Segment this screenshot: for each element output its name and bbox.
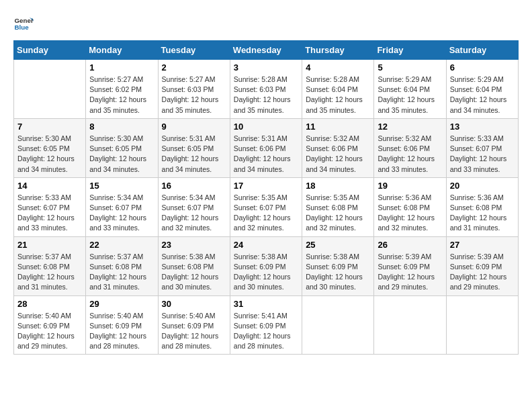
calendar-cell: 12Sunrise: 5:32 AMSunset: 6:06 PMDayligh…: [374, 118, 446, 177]
calendar-cell: 21Sunrise: 5:37 AMSunset: 6:08 PMDayligh…: [14, 236, 86, 295]
day-info: Sunrise: 5:38 AMSunset: 6:09 PMDaylight:…: [234, 252, 298, 293]
day-header-saturday: Saturday: [446, 41, 518, 60]
day-number: 21: [17, 240, 82, 250]
day-header-wednesday: Wednesday: [230, 41, 302, 60]
day-info: Sunrise: 5:36 AMSunset: 6:08 PMDaylight:…: [378, 193, 442, 234]
day-info: Sunrise: 5:38 AMSunset: 6:09 PMDaylight:…: [306, 252, 370, 293]
calendar-cell: 11Sunrise: 5:32 AMSunset: 6:06 PMDayligh…: [302, 118, 374, 177]
day-info: Sunrise: 5:35 AMSunset: 6:07 PMDaylight:…: [234, 193, 298, 234]
day-number: 8: [89, 122, 154, 132]
day-number: 23: [162, 240, 226, 250]
day-number: 24: [234, 240, 298, 250]
day-number: 13: [450, 122, 515, 132]
day-info: Sunrise: 5:27 AMSunset: 6:02 PMDaylight:…: [89, 75, 154, 116]
calendar-cell: 20Sunrise: 5:36 AMSunset: 6:08 PMDayligh…: [446, 177, 518, 236]
calendar-cell: 4Sunrise: 5:28 AMSunset: 6:04 PMDaylight…: [302, 60, 374, 119]
day-info: Sunrise: 5:39 AMSunset: 6:09 PMDaylight:…: [378, 252, 442, 293]
day-info: Sunrise: 5:33 AMSunset: 6:07 PMDaylight:…: [450, 134, 515, 175]
day-number: 25: [306, 240, 370, 250]
calendar-cell: 26Sunrise: 5:39 AMSunset: 6:09 PMDayligh…: [374, 236, 446, 295]
day-number: 5: [378, 62, 442, 73]
day-header-monday: Monday: [86, 41, 158, 60]
calendar-cell: 2Sunrise: 5:27 AMSunset: 6:03 PMDaylight…: [158, 60, 230, 119]
calendar-cell: 10Sunrise: 5:31 AMSunset: 6:06 PMDayligh…: [230, 118, 302, 177]
day-header-thursday: Thursday: [302, 41, 374, 60]
day-info: Sunrise: 5:28 AMSunset: 6:03 PMDaylight:…: [234, 75, 298, 116]
calendar-cell: 15Sunrise: 5:34 AMSunset: 6:07 PMDayligh…: [86, 177, 158, 236]
day-number: 12: [378, 122, 442, 132]
calendar-cell: 28Sunrise: 5:40 AMSunset: 6:09 PMDayligh…: [14, 295, 86, 355]
calendar-cell: 3Sunrise: 5:28 AMSunset: 6:03 PMDaylight…: [230, 60, 302, 119]
day-info: Sunrise: 5:37 AMSunset: 6:08 PMDaylight:…: [89, 252, 154, 293]
calendar-cell: 7Sunrise: 5:30 AMSunset: 6:05 PMDaylight…: [14, 118, 86, 177]
day-info: Sunrise: 5:38 AMSunset: 6:08 PMDaylight:…: [162, 252, 226, 293]
calendar-cell: [302, 295, 374, 355]
calendar-cell: 17Sunrise: 5:35 AMSunset: 6:07 PMDayligh…: [230, 177, 302, 236]
calendar-cell: 14Sunrise: 5:33 AMSunset: 6:07 PMDayligh…: [14, 177, 86, 236]
calendar-cell: 24Sunrise: 5:38 AMSunset: 6:09 PMDayligh…: [230, 236, 302, 295]
day-header-sunday: Sunday: [14, 41, 86, 60]
day-number: 27: [450, 240, 515, 250]
day-info: Sunrise: 5:30 AMSunset: 6:05 PMDaylight:…: [89, 134, 154, 175]
calendar-cell: 22Sunrise: 5:37 AMSunset: 6:08 PMDayligh…: [86, 236, 158, 295]
day-number: 18: [306, 181, 370, 191]
day-info: Sunrise: 5:33 AMSunset: 6:07 PMDaylight:…: [17, 193, 82, 234]
day-info: Sunrise: 5:29 AMSunset: 6:04 PMDaylight:…: [378, 75, 442, 116]
logo-icon: General Blue: [13, 13, 34, 34]
calendar-cell: 23Sunrise: 5:38 AMSunset: 6:08 PMDayligh…: [158, 236, 230, 295]
day-number: 15: [89, 181, 154, 191]
logo: General Blue: [13, 13, 36, 34]
day-info: Sunrise: 5:40 AMSunset: 6:09 PMDaylight:…: [17, 311, 82, 352]
calendar-cell: 29Sunrise: 5:40 AMSunset: 6:09 PMDayligh…: [86, 295, 158, 355]
day-info: Sunrise: 5:31 AMSunset: 6:06 PMDaylight:…: [234, 134, 298, 175]
day-info: Sunrise: 5:34 AMSunset: 6:07 PMDaylight:…: [89, 193, 154, 234]
calendar-cell: [446, 295, 518, 355]
day-info: Sunrise: 5:34 AMSunset: 6:07 PMDaylight:…: [162, 193, 226, 234]
day-number: 3: [234, 62, 298, 73]
calendar-cell: 30Sunrise: 5:40 AMSunset: 6:09 PMDayligh…: [158, 295, 230, 355]
calendar-cell: 9Sunrise: 5:31 AMSunset: 6:05 PMDaylight…: [158, 118, 230, 177]
day-info: Sunrise: 5:40 AMSunset: 6:09 PMDaylight:…: [89, 311, 154, 352]
page-header: General Blue: [13, 13, 519, 34]
day-number: 30: [162, 299, 226, 309]
day-info: Sunrise: 5:32 AMSunset: 6:06 PMDaylight:…: [306, 134, 370, 175]
day-number: 2: [162, 62, 226, 73]
day-info: Sunrise: 5:37 AMSunset: 6:08 PMDaylight:…: [17, 252, 82, 293]
day-info: Sunrise: 5:28 AMSunset: 6:04 PMDaylight:…: [306, 75, 370, 116]
calendar-cell: 6Sunrise: 5:29 AMSunset: 6:04 PMDaylight…: [446, 60, 518, 119]
day-number: 17: [234, 181, 298, 191]
day-number: 14: [17, 181, 82, 191]
svg-text:General: General: [15, 17, 34, 24]
day-info: Sunrise: 5:31 AMSunset: 6:05 PMDaylight:…: [162, 134, 226, 175]
day-number: 20: [450, 181, 515, 191]
day-number: 31: [234, 299, 298, 309]
svg-text:Blue: Blue: [15, 24, 30, 31]
day-number: 29: [89, 299, 154, 309]
day-number: 9: [162, 122, 226, 132]
day-info: Sunrise: 5:40 AMSunset: 6:09 PMDaylight:…: [162, 311, 226, 352]
day-info: Sunrise: 5:32 AMSunset: 6:06 PMDaylight:…: [378, 134, 442, 175]
day-number: 28: [17, 299, 82, 309]
day-info: Sunrise: 5:39 AMSunset: 6:09 PMDaylight:…: [450, 252, 515, 293]
calendar-cell: 18Sunrise: 5:35 AMSunset: 6:08 PMDayligh…: [302, 177, 374, 236]
calendar-cell: 5Sunrise: 5:29 AMSunset: 6:04 PMDaylight…: [374, 60, 446, 119]
day-header-friday: Friday: [374, 41, 446, 60]
calendar-cell: [14, 60, 86, 119]
calendar-cell: 25Sunrise: 5:38 AMSunset: 6:09 PMDayligh…: [302, 236, 374, 295]
day-number: 6: [450, 62, 515, 73]
day-number: 7: [17, 122, 82, 132]
calendar-cell: 19Sunrise: 5:36 AMSunset: 6:08 PMDayligh…: [374, 177, 446, 236]
day-info: Sunrise: 5:27 AMSunset: 6:03 PMDaylight:…: [162, 75, 226, 116]
day-number: 22: [89, 240, 154, 250]
day-number: 4: [306, 62, 370, 73]
day-number: 11: [306, 122, 370, 132]
day-info: Sunrise: 5:35 AMSunset: 6:08 PMDaylight:…: [306, 193, 370, 234]
calendar-cell: 13Sunrise: 5:33 AMSunset: 6:07 PMDayligh…: [446, 118, 518, 177]
calendar-cell: [374, 295, 446, 355]
day-info: Sunrise: 5:36 AMSunset: 6:08 PMDaylight:…: [450, 193, 515, 234]
day-info: Sunrise: 5:29 AMSunset: 6:04 PMDaylight:…: [450, 75, 515, 116]
calendar-cell: 31Sunrise: 5:41 AMSunset: 6:09 PMDayligh…: [230, 295, 302, 355]
calendar-cell: 8Sunrise: 5:30 AMSunset: 6:05 PMDaylight…: [86, 118, 158, 177]
day-number: 1: [89, 62, 154, 73]
day-info: Sunrise: 5:30 AMSunset: 6:05 PMDaylight:…: [17, 134, 82, 175]
